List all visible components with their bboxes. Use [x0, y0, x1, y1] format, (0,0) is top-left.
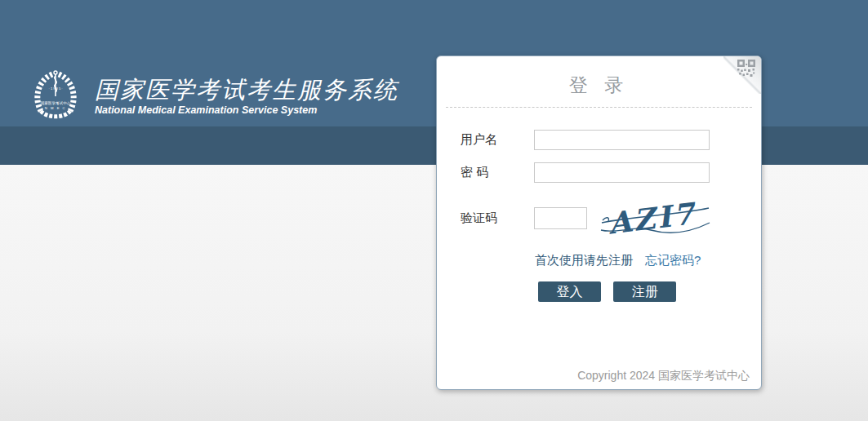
button-row: 登入 注册	[538, 281, 676, 302]
page-root: · 1 9 8 5 · 国家医学考试中心 N M E C 国家医学考试考生服务系…	[0, 0, 868, 421]
password-row: 密 码	[461, 162, 710, 183]
login-title: 登 录	[437, 73, 761, 98]
auxiliary-links: 首次使用请先注册忘记密码?	[535, 253, 701, 268]
password-input[interactable]	[534, 162, 710, 183]
app-title: 国家医学考试考生服务系统	[95, 77, 398, 104]
login-button[interactable]: 登入	[538, 281, 601, 302]
brand-titles: 国家医学考试考生服务系统 National Medical Examinatio…	[95, 77, 398, 116]
login-panel: 登 录 用户名 密 码 验证码 AZI7 首次使用请先注册忘记密码? 登入	[436, 55, 762, 390]
password-label: 密 码	[461, 165, 534, 180]
captcha-input[interactable]	[534, 207, 587, 229]
divider	[446, 107, 752, 108]
captcha-row: 验证码	[461, 207, 587, 229]
brand: · 1 9 8 5 · 国家医学考试中心 N M E C 国家医学考试考生服务系…	[31, 69, 398, 122]
app-subtitle: National Medical Examination Service Sys…	[95, 104, 398, 116]
register-hint-link[interactable]: 首次使用请先注册	[535, 253, 633, 267]
nmec-emblem-icon: · 1 9 8 5 · 国家医学考试中心 N M E C	[31, 69, 80, 122]
captcha-image[interactable]: AZI7	[600, 197, 710, 235]
username-row: 用户名	[461, 130, 710, 150]
username-label: 用户名	[461, 132, 534, 148]
forgot-password-link[interactable]: 忘记密码?	[645, 253, 701, 267]
username-input[interactable]	[534, 130, 710, 150]
captcha-label: 验证码	[461, 210, 534, 226]
copyright-text: Copyright 2024 国家医学考试中心	[577, 369, 750, 383]
register-button[interactable]: 注册	[613, 281, 676, 302]
svg-text:· 1 9 8 5 ·: · 1 9 8 5 ·	[48, 86, 62, 91]
svg-text:N M E C: N M E C	[45, 106, 66, 110]
